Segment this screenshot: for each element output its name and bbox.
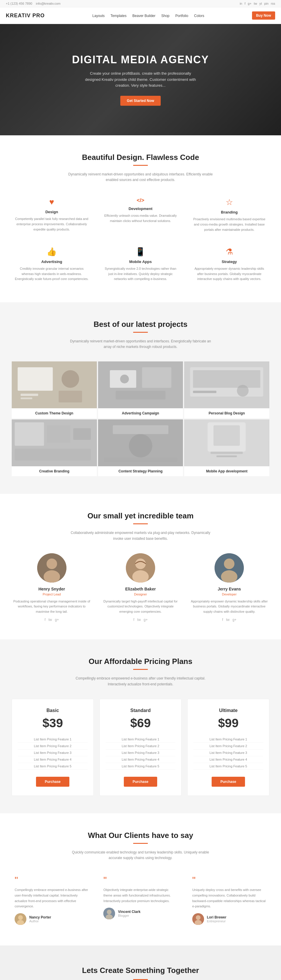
svg-point-31 — [46, 558, 57, 569]
team1-facebook[interactable]: f — [44, 618, 45, 622]
svg-rect-5 — [59, 391, 82, 402]
portfolio-label-4: Creative Branding — [12, 466, 97, 476]
team-subtitle: Collaboratively administrate empowered m… — [67, 530, 214, 541]
author-info-2: Vincent Clark Blogger — [118, 910, 140, 917]
portfolio-section: Best of our latest projects Dynamically … — [0, 302, 281, 494]
svg-rect-14 — [193, 391, 217, 393]
social-twitter[interactable]: tw — [254, 2, 257, 5]
plan-ultimate-features: List Item Pricing Feature 1 List Item Pr… — [194, 736, 263, 770]
social-gplus[interactable]: g+ — [248, 2, 252, 5]
plan-ultimate-name: Ultimate — [194, 708, 263, 713]
basic-purchase-button[interactable]: Purchase — [36, 777, 69, 787]
team1-twitter[interactable]: tw — [48, 618, 52, 622]
quote-icon-2: " — [103, 875, 177, 885]
top-bar: +1 (123) 456 7890 info@kreativ.com in f … — [0, 0, 281, 7]
cta-section: Lets Create Something Together We offer … — [0, 945, 281, 980]
plan-ultimate-price: $99 — [194, 716, 263, 730]
portfolio-label-5: Content Strategy Planning — [98, 466, 183, 476]
portfolio-subtitle: Dynamically reinvent market-driven oppor… — [67, 339, 214, 350]
svg-point-15 — [237, 385, 249, 396]
portfolio-label-2: Advertising Campaign — [98, 408, 183, 418]
team1-gplus[interactable]: g+ — [55, 618, 59, 622]
design-icon: ♥ — [14, 197, 89, 207]
team-social-3: f tw g+ — [189, 618, 269, 622]
team2-facebook[interactable]: f — [133, 618, 134, 622]
standard-feat-3: List Item Pricing Feature 3 — [106, 749, 175, 756]
features-section: Beautiful Design. Flawless Code Dynamica… — [0, 135, 281, 302]
nav-portfolio[interactable]: Portfolio — [175, 14, 188, 18]
svg-point-37 — [224, 558, 235, 569]
team3-facebook[interactable]: f — [222, 618, 223, 622]
hero-description: Create your online profitBasis. create w… — [82, 71, 199, 89]
author-avatar-3 — [192, 913, 204, 925]
mobile-icon: 📱 — [103, 247, 177, 256]
ultimate-feat-5: List Item Pricing Feature 5 — [194, 763, 263, 770]
portfolio-label-6: Mobile App development — [184, 466, 269, 476]
feature-dev-title: Development — [103, 207, 177, 211]
features-divider — [133, 165, 148, 166]
testimonials-title: What Our Clients have to say — [12, 831, 269, 840]
portfolio-item-5[interactable]: Content Strategy Planning — [98, 419, 183, 476]
team3-gplus[interactable]: g+ — [232, 618, 237, 622]
social-pinterest[interactable]: pin — [264, 2, 269, 5]
team-name-2: Elizabeth Baker — [100, 587, 180, 591]
portfolio-item-3[interactable]: Personal Blog Design — [184, 361, 269, 418]
team-member-1: Henry Snyder Project Lead Podcasting ope… — [12, 553, 92, 622]
standard-feat-2: List Item Pricing Feature 2 — [106, 743, 175, 749]
portfolio-item-6[interactable]: Mobile App development — [184, 419, 269, 476]
nav-layouts[interactable]: Layouts — [92, 14, 105, 18]
team-social-1: f tw g+ — [12, 618, 92, 622]
feature-strategy: ⚗ Strategy Appropriately empower dynamic… — [189, 244, 269, 285]
code-icon: </> — [103, 197, 177, 204]
standard-feat-5: List Item Pricing Feature 5 — [106, 763, 175, 770]
portfolio-divider — [133, 332, 148, 333]
svg-rect-2 — [21, 394, 38, 396]
hero-content: DIGITAL MEDIA AGENCY Create your online … — [72, 54, 209, 106]
social-facebook[interactable]: f — [244, 2, 245, 5]
feature-design: ♥ Design Competently parallel task fully… — [12, 194, 92, 235]
standard-feat-1: List Item Pricing Feature 1 — [106, 736, 175, 743]
svg-rect-22 — [113, 425, 168, 434]
nav-templates[interactable]: Templates — [111, 14, 127, 18]
testimonials-subtitle: Quickly communicate enabled technology a… — [67, 850, 214, 861]
team3-twitter[interactable]: tw — [226, 618, 230, 622]
hero-cta-button[interactable]: Get Started Now — [120, 96, 160, 106]
team2-gplus[interactable]: g+ — [144, 618, 148, 622]
portfolio-title: Best of our latest projects — [12, 320, 269, 329]
svg-rect-29 — [217, 455, 237, 457]
portfolio-item-4[interactable]: Creative Branding — [12, 419, 97, 476]
standard-feat-4: List Item Pricing Feature 4 — [106, 756, 175, 763]
plan-standard-features: List Item Pricing Feature 1 List Item Pr… — [106, 736, 175, 770]
portfolio-item-2[interactable]: Advertising Campaign — [98, 361, 183, 418]
feature-mobile: 📱 Mobile Apps Synergistically evolve 2.0… — [100, 244, 180, 285]
nav-colors[interactable]: Colors — [194, 14, 204, 18]
nav-shop[interactable]: Shop — [161, 14, 170, 18]
team-bio-1: Podcasting operational change management… — [12, 599, 92, 614]
testimonials-section: What Our Clients have to say Quickly com… — [0, 813, 281, 945]
plan-basic-features: List Item Pricing Feature 1 List Item Pr… — [18, 736, 87, 770]
svg-rect-18 — [47, 425, 70, 443]
social-rss[interactable]: rss — [271, 2, 275, 5]
plan-basic-price: $39 — [18, 716, 87, 730]
feature-adv-title: Advertising — [14, 259, 89, 264]
svg-rect-8 — [142, 367, 171, 388]
portfolio-item-1[interactable]: Custom Theme Design — [12, 361, 97, 418]
ultimate-purchase-button[interactable]: Purchase — [212, 777, 245, 787]
social-linkedin[interactable]: in — [240, 2, 242, 5]
team2-twitter[interactable]: tw — [137, 618, 141, 622]
team-bio-2: Dynamically target high-payoff intellect… — [100, 599, 180, 614]
feature-design-text: Competently parallel task fully research… — [14, 216, 89, 232]
pricing-basic: Basic $39 List Item Pricing Feature 1 Li… — [12, 699, 94, 796]
email-text: info@kreativ.com — [36, 2, 60, 5]
svg-rect-1 — [17, 367, 53, 391]
team-social-2: f tw g+ — [100, 618, 180, 622]
svg-point-35 — [132, 570, 149, 582]
basic-feat-3: List Item Pricing Feature 3 — [18, 749, 87, 756]
standard-purchase-button[interactable]: Purchase — [124, 777, 157, 787]
buy-now-button[interactable]: Buy Now — [252, 11, 275, 20]
nav-beaver[interactable]: Beaver Builder — [132, 14, 156, 18]
brand-logo[interactable]: KREATIV PRO — [6, 13, 45, 19]
pricing-grid: Basic $39 List Item Pricing Feature 1 Li… — [12, 699, 269, 796]
social-youtube[interactable]: yt — [259, 2, 262, 5]
testimonial-author-1: Nancy Porter Author — [14, 913, 89, 925]
